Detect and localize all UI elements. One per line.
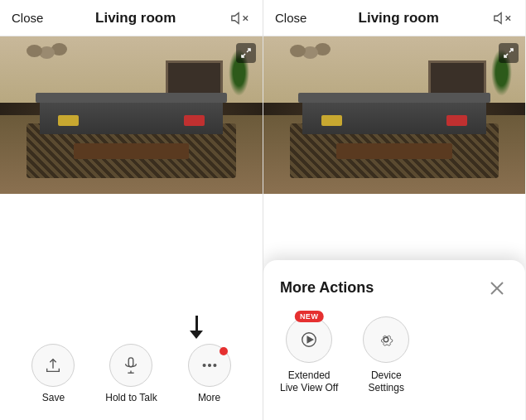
right-camera-inner bbox=[263, 36, 525, 194]
right-pillow-left bbox=[321, 115, 342, 126]
sheet-actions-row: NEW ExtendedLive View Off DeviceSettings bbox=[280, 316, 509, 395]
hold-to-talk-circle bbox=[109, 344, 152, 387]
coffee-table bbox=[74, 143, 190, 159]
svg-rect-6 bbox=[129, 358, 134, 367]
more-action[interactable]: More bbox=[188, 344, 231, 403]
more-actions-sheet: More Actions NEW ExtendedLive View Off bbox=[263, 260, 525, 420]
left-actions-row: Save Hold to Talk bbox=[0, 344, 263, 403]
device-settings-label: DeviceSettings bbox=[369, 369, 404, 395]
right-header: Close Living room bbox=[263, 0, 525, 36]
left-camera-feed bbox=[0, 36, 263, 194]
more-label: More bbox=[198, 392, 220, 403]
left-panel: Close Living room bbox=[0, 0, 263, 420]
right-mute-button[interactable] bbox=[490, 7, 514, 30]
new-badge: NEW bbox=[295, 311, 324, 322]
left-mute-button[interactable] bbox=[228, 7, 251, 30]
arrow-shaft bbox=[195, 316, 198, 331]
left-bottom-area: Save Hold to Talk bbox=[0, 194, 263, 420]
mic-icon bbox=[122, 356, 140, 374]
right-expand-icon bbox=[503, 47, 514, 59]
pillow-right bbox=[184, 115, 205, 126]
right-pillow-right bbox=[446, 115, 467, 126]
hold-to-talk-label: Hold to Talk bbox=[105, 392, 157, 403]
save-action[interactable]: Save bbox=[31, 344, 75, 403]
arrow-down-shape bbox=[190, 316, 203, 339]
save-label: Save bbox=[42, 392, 65, 403]
gear-icon bbox=[377, 331, 395, 349]
sheet-title: More Actions bbox=[280, 279, 374, 297]
extended-live-view-label: ExtendedLive View Off bbox=[280, 369, 338, 395]
hold-to-talk-action[interactable]: Hold to Talk bbox=[105, 344, 157, 403]
extended-live-view-circle: NEW bbox=[286, 316, 332, 363]
mute-icon bbox=[230, 9, 249, 27]
extended-live-view-action[interactable]: NEW ExtendedLive View Off bbox=[280, 316, 338, 395]
left-camera-inner bbox=[0, 36, 263, 194]
save-circle bbox=[31, 344, 75, 387]
upload-icon bbox=[44, 356, 62, 374]
svg-marker-0 bbox=[232, 12, 239, 23]
left-header: Close Living room bbox=[0, 0, 263, 36]
svg-point-10 bbox=[208, 364, 210, 367]
pillow-left bbox=[58, 115, 79, 126]
svg-point-9 bbox=[203, 364, 205, 367]
arrow-indicator bbox=[0, 316, 263, 340]
right-camera-feed bbox=[263, 36, 525, 194]
left-close-button[interactable]: Close bbox=[12, 11, 43, 25]
svg-marker-12 bbox=[495, 12, 501, 23]
wall-decoration bbox=[27, 45, 42, 57]
right-coffee-table bbox=[336, 143, 451, 159]
svg-marker-20 bbox=[307, 336, 312, 342]
play-icon bbox=[300, 331, 318, 349]
right-mute-icon bbox=[493, 9, 511, 27]
right-close-button[interactable]: Close bbox=[275, 11, 306, 25]
sheet-close-button[interactable] bbox=[485, 277, 509, 300]
left-panel-title: Living room bbox=[43, 10, 228, 27]
left-expand-button[interactable] bbox=[236, 43, 256, 63]
svg-point-11 bbox=[214, 364, 216, 367]
right-wall-decoration bbox=[290, 45, 306, 57]
more-circle bbox=[188, 344, 231, 387]
more-red-dot bbox=[220, 347, 228, 355]
svg-point-21 bbox=[384, 337, 389, 342]
close-x-icon bbox=[490, 281, 504, 296]
right-panel-title: Living room bbox=[306, 10, 490, 27]
sheet-header: More Actions bbox=[280, 277, 509, 300]
arrow-head bbox=[190, 331, 203, 339]
device-settings-circle bbox=[363, 316, 409, 363]
right-expand-button[interactable] bbox=[499, 43, 519, 63]
expand-icon bbox=[240, 47, 252, 59]
device-settings-action[interactable]: DeviceSettings bbox=[363, 316, 409, 395]
more-dots-icon bbox=[200, 356, 219, 374]
right-panel: Close Living room bbox=[263, 0, 525, 420]
